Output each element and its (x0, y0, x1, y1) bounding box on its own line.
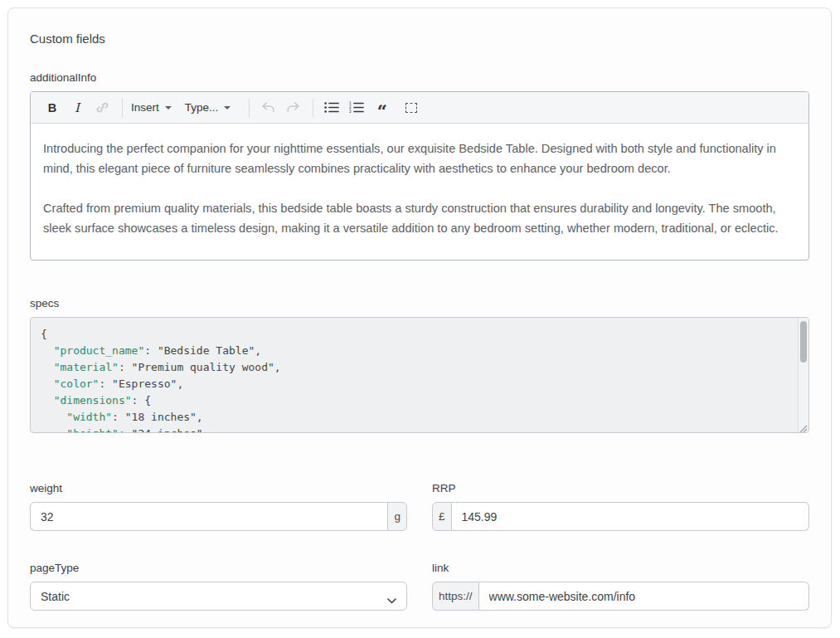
undo-icon (260, 100, 276, 114)
bold-button[interactable]: B (42, 97, 62, 119)
weight-field: weight g (30, 482, 407, 531)
numbered-list-icon: 123 (349, 101, 364, 114)
dashed-box-icon (405, 103, 417, 113)
code-line: { (41, 326, 789, 343)
code-line: "dimensions": { (41, 392, 789, 409)
weight-rrp-row: weight g RRP £ (30, 482, 809, 531)
link-button[interactable] (92, 97, 112, 119)
numbered-list-button[interactable]: 123 (347, 97, 367, 119)
page-type-select[interactable]: Static (30, 582, 407, 611)
bullet-list-button[interactable] (322, 97, 342, 119)
code-line: "material": "Premium quality wood", (41, 359, 789, 376)
pagetype-link-row: pageType Static link https:// (30, 562, 809, 611)
resize-grip-icon[interactable] (798, 421, 808, 431)
code-line: "width": "18 inches", (41, 409, 789, 426)
rrp-label: RRP (432, 482, 809, 494)
insert-dropdown-label: Insert (131, 101, 159, 114)
type-dropdown-label: Type... (185, 101, 219, 114)
redo-icon (285, 100, 301, 114)
specs-field: specs { "product_name": "Bedside Table",… (30, 297, 809, 433)
link-icon (95, 100, 109, 114)
weight-label: weight (30, 482, 407, 494)
code-line: "color": "Espresso", (41, 376, 789, 392)
toolbar-divider (249, 99, 250, 117)
link-field: link https:// (432, 562, 809, 611)
toolbar-divider (313, 99, 313, 117)
scrollbar-thumb[interactable] (800, 321, 807, 363)
insert-dropdown[interactable]: Insert (131, 101, 172, 114)
custom-fields-card: Custom fields additionalInfo B I (7, 7, 832, 628)
editor-paragraph: Introducing the perfect companion for yo… (43, 139, 796, 178)
rrp-input[interactable] (452, 502, 809, 531)
weight-unit-addon: g (387, 502, 407, 531)
blockquote-button[interactable]: “ (371, 97, 391, 119)
page-type-field: pageType Static (30, 562, 407, 611)
card-title: Custom fields (30, 32, 809, 46)
type-dropdown[interactable]: Type... (185, 101, 231, 114)
code-line: "product_name": "Bedside Table", (41, 343, 789, 359)
italic-button[interactable]: I (67, 97, 87, 119)
scrollbar-track[interactable] (798, 318, 808, 432)
undo-button[interactable] (258, 97, 278, 119)
currency-addon: £ (432, 502, 452, 531)
weight-input[interactable] (30, 502, 387, 531)
additional-info-label: additionalInfo (30, 71, 809, 84)
code-block-button[interactable] (401, 97, 421, 119)
chevron-down-icon (224, 106, 231, 110)
editor-toolbar: B I Insert Typ (31, 92, 808, 124)
link-label: link (432, 562, 809, 574)
bullet-list-icon (324, 101, 339, 114)
code-line: "height": "24 inches", (41, 426, 789, 433)
additional-info-field: additionalInfo B I Insert (30, 71, 809, 261)
link-input[interactable] (479, 582, 809, 611)
rich-text-editor: B I Insert Typ (30, 91, 809, 261)
blockquote-icon: “ (377, 107, 386, 115)
protocol-addon: https:// (432, 582, 479, 611)
specs-label: specs (30, 297, 809, 309)
chevron-down-icon (165, 106, 172, 110)
page-type-label: pageType (30, 562, 407, 574)
specs-code-editor[interactable]: { "product_name": "Bedside Table", "mate… (30, 317, 809, 433)
specs-code: { "product_name": "Bedside Table", "mate… (31, 318, 808, 433)
svg-text:3: 3 (349, 110, 352, 114)
redo-button[interactable] (283, 97, 303, 119)
editor-content[interactable]: Introducing the perfect companion for yo… (31, 124, 808, 260)
toolbar-divider (122, 99, 123, 117)
editor-paragraph: Crafted from premium quality materials, … (43, 198, 796, 238)
rrp-field: RRP £ (432, 482, 809, 531)
